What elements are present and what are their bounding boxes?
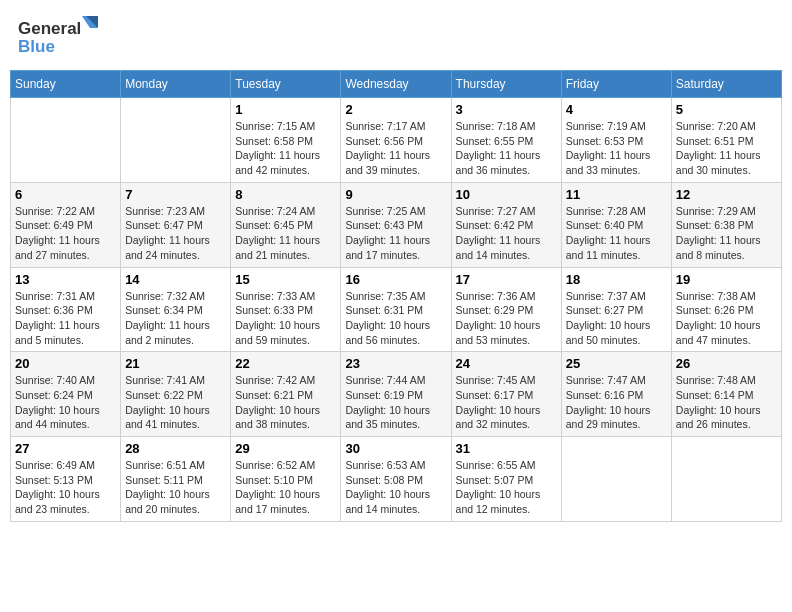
day-number: 17	[456, 272, 557, 287]
cell-info: Sunrise: 7:41 AM Sunset: 6:22 PM Dayligh…	[125, 373, 226, 432]
calendar-cell: 12Sunrise: 7:29 AM Sunset: 6:38 PM Dayli…	[671, 182, 781, 267]
calendar-week-row: 27Sunrise: 6:49 AM Sunset: 5:13 PM Dayli…	[11, 437, 782, 522]
calendar-cell: 14Sunrise: 7:32 AM Sunset: 6:34 PM Dayli…	[121, 267, 231, 352]
calendar-week-row: 20Sunrise: 7:40 AM Sunset: 6:24 PM Dayli…	[11, 352, 782, 437]
calendar-header-row: SundayMondayTuesdayWednesdayThursdayFrid…	[11, 71, 782, 98]
day-number: 28	[125, 441, 226, 456]
cell-info: Sunrise: 7:38 AM Sunset: 6:26 PM Dayligh…	[676, 289, 777, 348]
svg-text:General: General	[18, 19, 81, 38]
calendar-cell: 21Sunrise: 7:41 AM Sunset: 6:22 PM Dayli…	[121, 352, 231, 437]
day-number: 16	[345, 272, 446, 287]
cell-info: Sunrise: 7:44 AM Sunset: 6:19 PM Dayligh…	[345, 373, 446, 432]
day-number: 23	[345, 356, 446, 371]
calendar-cell: 26Sunrise: 7:48 AM Sunset: 6:14 PM Dayli…	[671, 352, 781, 437]
day-number: 21	[125, 356, 226, 371]
calendar-cell: 13Sunrise: 7:31 AM Sunset: 6:36 PM Dayli…	[11, 267, 121, 352]
page-header: General Blue	[10, 10, 782, 62]
day-number: 25	[566, 356, 667, 371]
cell-info: Sunrise: 6:52 AM Sunset: 5:10 PM Dayligh…	[235, 458, 336, 517]
day-number: 1	[235, 102, 336, 117]
day-number: 18	[566, 272, 667, 287]
column-header-saturday: Saturday	[671, 71, 781, 98]
day-number: 8	[235, 187, 336, 202]
calendar-cell	[671, 437, 781, 522]
day-number: 3	[456, 102, 557, 117]
day-number: 4	[566, 102, 667, 117]
column-header-monday: Monday	[121, 71, 231, 98]
cell-info: Sunrise: 7:19 AM Sunset: 6:53 PM Dayligh…	[566, 119, 667, 178]
calendar-cell: 28Sunrise: 6:51 AM Sunset: 5:11 PM Dayli…	[121, 437, 231, 522]
cell-info: Sunrise: 7:29 AM Sunset: 6:38 PM Dayligh…	[676, 204, 777, 263]
calendar-cell: 2Sunrise: 7:17 AM Sunset: 6:56 PM Daylig…	[341, 98, 451, 183]
day-number: 29	[235, 441, 336, 456]
cell-info: Sunrise: 6:51 AM Sunset: 5:11 PM Dayligh…	[125, 458, 226, 517]
cell-info: Sunrise: 6:49 AM Sunset: 5:13 PM Dayligh…	[15, 458, 116, 517]
cell-info: Sunrise: 7:42 AM Sunset: 6:21 PM Dayligh…	[235, 373, 336, 432]
cell-info: Sunrise: 7:40 AM Sunset: 6:24 PM Dayligh…	[15, 373, 116, 432]
calendar-cell: 31Sunrise: 6:55 AM Sunset: 5:07 PM Dayli…	[451, 437, 561, 522]
calendar-cell: 10Sunrise: 7:27 AM Sunset: 6:42 PM Dayli…	[451, 182, 561, 267]
cell-info: Sunrise: 7:37 AM Sunset: 6:27 PM Dayligh…	[566, 289, 667, 348]
cell-info: Sunrise: 7:47 AM Sunset: 6:16 PM Dayligh…	[566, 373, 667, 432]
cell-info: Sunrise: 7:25 AM Sunset: 6:43 PM Dayligh…	[345, 204, 446, 263]
calendar-cell: 11Sunrise: 7:28 AM Sunset: 6:40 PM Dayli…	[561, 182, 671, 267]
calendar-cell: 23Sunrise: 7:44 AM Sunset: 6:19 PM Dayli…	[341, 352, 451, 437]
column-header-tuesday: Tuesday	[231, 71, 341, 98]
logo: General Blue	[18, 14, 98, 58]
calendar-cell: 30Sunrise: 6:53 AM Sunset: 5:08 PM Dayli…	[341, 437, 451, 522]
day-number: 19	[676, 272, 777, 287]
cell-info: Sunrise: 7:33 AM Sunset: 6:33 PM Dayligh…	[235, 289, 336, 348]
day-number: 26	[676, 356, 777, 371]
calendar-week-row: 6Sunrise: 7:22 AM Sunset: 6:49 PM Daylig…	[11, 182, 782, 267]
day-number: 7	[125, 187, 226, 202]
day-number: 11	[566, 187, 667, 202]
calendar-cell: 27Sunrise: 6:49 AM Sunset: 5:13 PM Dayli…	[11, 437, 121, 522]
day-number: 13	[15, 272, 116, 287]
day-number: 5	[676, 102, 777, 117]
cell-info: Sunrise: 7:22 AM Sunset: 6:49 PM Dayligh…	[15, 204, 116, 263]
calendar-cell: 18Sunrise: 7:37 AM Sunset: 6:27 PM Dayli…	[561, 267, 671, 352]
column-header-thursday: Thursday	[451, 71, 561, 98]
day-number: 31	[456, 441, 557, 456]
day-number: 27	[15, 441, 116, 456]
calendar-table: SundayMondayTuesdayWednesdayThursdayFrid…	[10, 70, 782, 522]
calendar-cell: 4Sunrise: 7:19 AM Sunset: 6:53 PM Daylig…	[561, 98, 671, 183]
calendar-cell: 20Sunrise: 7:40 AM Sunset: 6:24 PM Dayli…	[11, 352, 121, 437]
cell-info: Sunrise: 7:23 AM Sunset: 6:47 PM Dayligh…	[125, 204, 226, 263]
calendar-week-row: 1Sunrise: 7:15 AM Sunset: 6:58 PM Daylig…	[11, 98, 782, 183]
calendar-week-row: 13Sunrise: 7:31 AM Sunset: 6:36 PM Dayli…	[11, 267, 782, 352]
day-number: 2	[345, 102, 446, 117]
day-number: 24	[456, 356, 557, 371]
cell-info: Sunrise: 7:45 AM Sunset: 6:17 PM Dayligh…	[456, 373, 557, 432]
cell-info: Sunrise: 7:27 AM Sunset: 6:42 PM Dayligh…	[456, 204, 557, 263]
calendar-cell: 19Sunrise: 7:38 AM Sunset: 6:26 PM Dayli…	[671, 267, 781, 352]
calendar-cell: 16Sunrise: 7:35 AM Sunset: 6:31 PM Dayli…	[341, 267, 451, 352]
day-number: 30	[345, 441, 446, 456]
column-header-wednesday: Wednesday	[341, 71, 451, 98]
cell-info: Sunrise: 7:35 AM Sunset: 6:31 PM Dayligh…	[345, 289, 446, 348]
cell-info: Sunrise: 6:53 AM Sunset: 5:08 PM Dayligh…	[345, 458, 446, 517]
cell-info: Sunrise: 7:32 AM Sunset: 6:34 PM Dayligh…	[125, 289, 226, 348]
calendar-cell: 5Sunrise: 7:20 AM Sunset: 6:51 PM Daylig…	[671, 98, 781, 183]
cell-info: Sunrise: 7:28 AM Sunset: 6:40 PM Dayligh…	[566, 204, 667, 263]
day-number: 10	[456, 187, 557, 202]
column-header-sunday: Sunday	[11, 71, 121, 98]
day-number: 6	[15, 187, 116, 202]
column-header-friday: Friday	[561, 71, 671, 98]
day-number: 14	[125, 272, 226, 287]
cell-info: Sunrise: 7:18 AM Sunset: 6:55 PM Dayligh…	[456, 119, 557, 178]
calendar-cell: 6Sunrise: 7:22 AM Sunset: 6:49 PM Daylig…	[11, 182, 121, 267]
calendar-cell: 8Sunrise: 7:24 AM Sunset: 6:45 PM Daylig…	[231, 182, 341, 267]
calendar-cell: 1Sunrise: 7:15 AM Sunset: 6:58 PM Daylig…	[231, 98, 341, 183]
logo-icon: General Blue	[18, 14, 98, 58]
calendar-cell: 24Sunrise: 7:45 AM Sunset: 6:17 PM Dayli…	[451, 352, 561, 437]
calendar-cell: 3Sunrise: 7:18 AM Sunset: 6:55 PM Daylig…	[451, 98, 561, 183]
calendar-cell: 22Sunrise: 7:42 AM Sunset: 6:21 PM Dayli…	[231, 352, 341, 437]
cell-info: Sunrise: 7:24 AM Sunset: 6:45 PM Dayligh…	[235, 204, 336, 263]
calendar-cell: 25Sunrise: 7:47 AM Sunset: 6:16 PM Dayli…	[561, 352, 671, 437]
day-number: 9	[345, 187, 446, 202]
calendar-cell	[561, 437, 671, 522]
calendar-cell: 29Sunrise: 6:52 AM Sunset: 5:10 PM Dayli…	[231, 437, 341, 522]
cell-info: Sunrise: 7:36 AM Sunset: 6:29 PM Dayligh…	[456, 289, 557, 348]
calendar-cell	[121, 98, 231, 183]
